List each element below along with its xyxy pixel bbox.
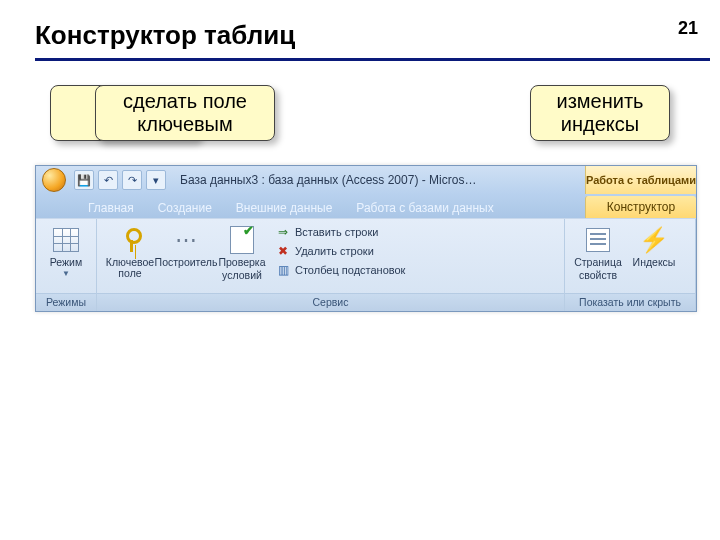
- office-orb-icon: [42, 168, 66, 192]
- group-tools: Ключевое поле ⋯ Построитель Проверка усл…: [97, 219, 565, 311]
- context-tab-header: Работа с таблицами: [585, 166, 696, 194]
- lookup-icon: ▥: [275, 262, 291, 278]
- delete-row-icon: ✖: [275, 243, 291, 259]
- primary-key-button[interactable]: Ключевое поле: [103, 223, 157, 279]
- view-button[interactable]: Режим ▼: [42, 223, 90, 278]
- group-title-show: Показать или скрыть: [565, 293, 695, 311]
- primary-key-label: Ключевое поле: [103, 257, 157, 279]
- group-views: Режим ▼ Режимы: [36, 219, 97, 311]
- callout-line: изменить: [545, 90, 655, 113]
- tab-database-tools[interactable]: Работа с базами данных: [344, 197, 505, 218]
- datasheet-icon: [53, 228, 79, 252]
- key-icon: [118, 226, 142, 254]
- lightning-icon: ⚡: [639, 225, 669, 255]
- callout-indexes: изменить индексы: [530, 85, 670, 141]
- wand-icon: ⋯: [171, 225, 201, 255]
- view-label: Режим: [50, 257, 82, 268]
- tab-create[interactable]: Создание: [146, 197, 224, 218]
- delete-rows-label: Удалить строки: [295, 245, 374, 257]
- property-sheet-button[interactable]: Страница свойств: [571, 223, 625, 281]
- office-button[interactable]: [40, 166, 68, 194]
- callout-keyfield: сделать поле ключевым: [95, 85, 275, 141]
- validate-label-1: Проверка: [218, 257, 265, 268]
- qat-save[interactable]: 💾: [74, 170, 94, 190]
- props-label-2: свойств: [579, 270, 617, 281]
- qat-customize[interactable]: ▾: [146, 170, 166, 190]
- callout-line: индексы: [545, 113, 655, 136]
- callout-line: ключевым: [110, 113, 260, 136]
- test-validation-button[interactable]: Проверка условий: [215, 223, 269, 281]
- validate-icon: [230, 226, 254, 254]
- ribbon-groups: Режим ▼ Режимы Ключевое поле ⋯ Построите…: [36, 218, 696, 311]
- window-titlebar: 💾 ↶ ↷ ▾ База данных3 : база данных (Acce…: [36, 166, 696, 194]
- indexes-label: Индексы: [633, 257, 676, 268]
- lookup-column-button[interactable]: ▥ Столбец подстановок: [275, 262, 405, 278]
- validate-label-2: условий: [222, 270, 262, 281]
- tab-home[interactable]: Главная: [76, 197, 146, 218]
- chevron-down-icon: ▼: [62, 270, 70, 278]
- builder-label: Построитель: [155, 257, 218, 268]
- lookup-column-label: Столбец подстановок: [295, 264, 405, 276]
- insert-rows-button[interactable]: ⇒ Вставить строки: [275, 224, 405, 240]
- property-sheet-icon: [586, 228, 610, 252]
- qat-undo[interactable]: ↶: [98, 170, 118, 190]
- slide-title: Конструктор таблиц: [35, 20, 295, 51]
- quick-access-toolbar: 💾 ↶ ↷ ▾: [74, 170, 166, 190]
- builder-button[interactable]: ⋯ Построитель: [159, 223, 213, 268]
- props-label-1: Страница: [574, 257, 622, 268]
- qat-redo[interactable]: ↷: [122, 170, 142, 190]
- slide-number: 21: [678, 18, 698, 39]
- tab-design[interactable]: Конструктор: [585, 196, 696, 218]
- group-title-views: Режимы: [36, 293, 96, 311]
- tab-external-data[interactable]: Внешние данные: [224, 197, 345, 218]
- ribbon-tabs: Главная Создание Внешние данные Работа с…: [36, 194, 696, 218]
- indexes-button[interactable]: ⚡ Индексы: [627, 223, 681, 268]
- title-underline: [35, 58, 710, 61]
- group-show-hide: Страница свойств ⚡ Индексы Показать или …: [565, 219, 696, 311]
- delete-rows-button[interactable]: ✖ Удалить строки: [275, 243, 405, 259]
- insert-rows-label: Вставить строки: [295, 226, 378, 238]
- group-title-tools: Сервис: [97, 293, 564, 311]
- callout-line: сделать поле: [110, 90, 260, 113]
- access-ribbon-window: 💾 ↶ ↷ ▾ База данных3 : база данных (Acce…: [35, 165, 697, 312]
- insert-row-icon: ⇒: [275, 224, 291, 240]
